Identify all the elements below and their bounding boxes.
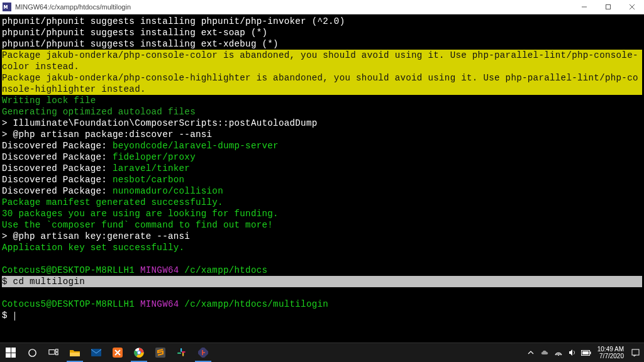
svg-rect-8 (56, 353, 58, 355)
svg-rect-22 (590, 351, 591, 354)
close-button[interactable] (620, 0, 644, 14)
svg-point-20 (558, 354, 559, 356)
start-button[interactable] (0, 343, 21, 362)
output-line: > Illuminate\Foundation\ComposerScripts:… (2, 118, 642, 129)
clock-time: 10:49 AM (597, 346, 624, 353)
output-line: 30 packages you are using are looking fo… (2, 208, 642, 219)
window-controls (572, 0, 644, 14)
svg-rect-17 (177, 353, 181, 354)
output-line: phpunit/phpunit suggests installing ext-… (2, 27, 642, 38)
output-line: > @php artisan key:generate --ansi (2, 231, 642, 242)
clock-date: 7/7/2020 (597, 353, 624, 359)
task-view-button[interactable] (43, 343, 64, 362)
output-line: Discovered Package: beyondcode/laravel-d… (2, 140, 642, 151)
taskbar-clock[interactable]: 10:49 AM 7/7/2020 (595, 346, 626, 359)
svg-rect-9 (91, 349, 101, 356)
onedrive-icon[interactable] (540, 348, 550, 358)
command-line: $ cd multilogin (2, 276, 642, 287)
output-line: Writing lock file (2, 95, 642, 106)
warning-line: Package jakub-onderka/php-console-highli… (2, 72, 642, 95)
minimize-button[interactable] (572, 0, 596, 14)
output-line: > @php artisan package:discover --ansi (2, 129, 642, 140)
blank-line (2, 253, 642, 265)
slack-button[interactable] (171, 343, 192, 362)
system-tray: 10:49 AM 7/7/2020 (526, 346, 644, 359)
xampp-button[interactable] (107, 343, 128, 362)
output-line: Package manifest generated successfully. (2, 197, 642, 208)
maximize-button[interactable] (596, 0, 620, 14)
svg-point-13 (138, 351, 141, 354)
output-line: Generating optimized autoload files (2, 106, 642, 118)
svg-rect-16 (182, 353, 184, 356)
battery-icon[interactable] (581, 348, 591, 358)
svg-rect-15 (180, 348, 182, 352)
terminal-output[interactable]: phpunit/phpunit suggests installing phpu… (0, 14, 644, 345)
svg-rect-24 (632, 349, 639, 355)
svg-point-5 (28, 349, 35, 356)
sublime-button[interactable] (150, 343, 171, 362)
svg-rect-7 (56, 349, 58, 352)
prompt-line: Cotocus5@DESKTOP-M8RLLH1 MINGW64 /c/xamp… (2, 265, 642, 276)
tray-expand-icon[interactable] (526, 348, 536, 358)
output-line: Application key set successfully. (2, 242, 642, 253)
network-icon[interactable] (553, 348, 564, 358)
output-line: Discovered Package: nesbot/carbon (2, 174, 642, 185)
svg-rect-18 (182, 351, 186, 353)
prompt-line: Cotocus5@DESKTOP-M8RLLH1 MINGW64 /c/xamp… (2, 299, 642, 310)
output-line: phpunit/phpunit suggests installing phpu… (2, 16, 642, 27)
output-line: Discovered Package: nunomaduro/collision (2, 185, 642, 197)
mingw-icon (3, 3, 11, 11)
svg-rect-6 (49, 350, 55, 354)
output-line: Discovered Package: fideloper/proxy (2, 151, 642, 163)
svg-rect-2 (606, 5, 611, 9)
output-line: Discovered Package: laravel/tinker (2, 163, 642, 174)
taskbar: 10:49 AM 7/7/2020 (0, 343, 644, 362)
window-titlebar: MINGW64:/c/xampp/htdocs/multilogin (0, 0, 644, 14)
window-title: MINGW64:/c/xampp/htdocs/multilogin (15, 1, 131, 13)
mail-button[interactable] (86, 343, 107, 362)
cortana-button[interactable] (21, 343, 43, 362)
svg-rect-23 (582, 351, 589, 354)
notifications-icon[interactable] (630, 348, 640, 358)
cursor-icon (14, 312, 15, 321)
blank-line (2, 287, 642, 299)
warning-line: Package jakub-onderka/php-console-color … (2, 50, 642, 72)
output-line: phpunit/phpunit suggests installing ext-… (2, 38, 642, 50)
git-bash-button[interactable] (192, 343, 214, 362)
command-line[interactable]: $ (2, 310, 642, 321)
volume-icon[interactable] (567, 348, 577, 358)
windows-logo-icon (6, 348, 16, 358)
file-explorer-button[interactable] (64, 343, 86, 362)
output-line: Use the `composer fund` command to find … (2, 219, 642, 231)
chrome-button[interactable] (128, 343, 150, 362)
